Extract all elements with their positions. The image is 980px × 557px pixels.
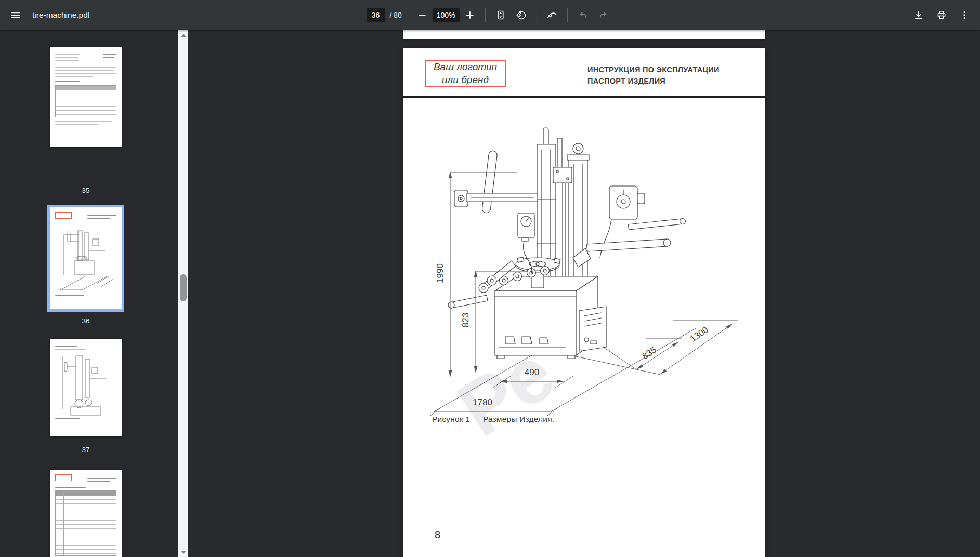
- thumbnail-35-label: 35: [50, 187, 122, 194]
- scroll-down-button[interactable]: [178, 548, 188, 556]
- fit-to-page-button[interactable]: [490, 5, 511, 25]
- rotate-icon: [516, 10, 527, 20]
- logo-text-line2: или бренд: [442, 74, 489, 87]
- scroll-up-button[interactable]: [178, 31, 188, 39]
- thumbnail-36-preview: [50, 207, 122, 303]
- annotate-icon: [546, 9, 558, 21]
- figure-caption: Рисунок 1 — Размеры Изделия.: [432, 415, 554, 424]
- zoom-in-button[interactable]: [460, 5, 480, 25]
- figure-drawing: 1990 823 490 1780 835: [403, 126, 765, 422]
- kebab-menu-icon: [959, 10, 970, 20]
- dim-1300-label: 1300: [688, 325, 710, 344]
- print-icon: [936, 10, 947, 20]
- pdf-page-35-bottom: [403, 30, 765, 39]
- thumbnail-37-drawing: [55, 352, 116, 420]
- fit-page-icon: [495, 10, 506, 20]
- thumbnail-page-35[interactable]: [50, 47, 122, 147]
- logo-placeholder-box: Ваш логотип или бренд: [425, 60, 506, 87]
- thumbnail-sidebar: 35: [0, 30, 188, 557]
- plus-icon: [465, 10, 475, 20]
- redo-icon: [598, 10, 609, 20]
- toolbar-center: / 80 100%: [366, 0, 613, 30]
- menu-button[interactable]: [5, 5, 26, 25]
- thumbnail-36-label: 36: [50, 317, 122, 325]
- menu-icon: [10, 10, 21, 20]
- machine-outline: [448, 128, 686, 359]
- thumbnail-page-36[interactable]: [50, 207, 122, 309]
- annotate-button[interactable]: [542, 5, 563, 25]
- minus-icon: [417, 10, 427, 20]
- toolbar-right: [908, 5, 975, 25]
- print-button[interactable]: [931, 5, 952, 25]
- rotate-button[interactable]: [511, 5, 532, 25]
- pdf-viewer: tire-machine.pdf / 80 100%: [0, 0, 980, 557]
- dim-1990-label: 1990: [435, 263, 445, 283]
- document-header-title: ИНСТРУКЦИЯ ПО ЭКСПЛУАТАЦИИ ПАСПОРТ ИЗДЕЛ…: [587, 64, 720, 87]
- download-button[interactable]: [908, 5, 929, 25]
- undo-button[interactable]: [572, 5, 593, 25]
- dim-490-label: 490: [525, 367, 539, 377]
- thumbnail-37-preview: [50, 339, 122, 426]
- thumbnail-page-37[interactable]: [50, 339, 122, 436]
- dim-1780-label: 1780: [473, 397, 492, 407]
- document-title: tire-machine.pdf: [32, 10, 90, 20]
- toolbar-left: tire-machine.pdf: [5, 5, 90, 25]
- thumbnail-page-38[interactable]: [50, 470, 122, 557]
- dim-823-label: 823: [461, 313, 471, 327]
- header-title-line2: ПАСПОРТ ИЗДЕЛИЯ: [587, 76, 720, 87]
- redo-button[interactable]: [593, 5, 614, 25]
- logo-text-line1: Ваш логотип: [434, 61, 497, 74]
- sidebar-scrollbar[interactable]: [178, 30, 188, 557]
- zoom-level[interactable]: 100%: [433, 8, 460, 22]
- scrollbar-thumb[interactable]: [180, 274, 187, 301]
- thumbnail-35-preview: [50, 47, 122, 132]
- toolbar-separator: [485, 8, 486, 22]
- page-number-input[interactable]: [366, 8, 385, 22]
- thumbnail-37-label: 37: [50, 446, 122, 454]
- header-divider: [403, 96, 765, 98]
- download-icon: [913, 10, 924, 20]
- scroll-down-icon: [181, 551, 186, 554]
- scroll-up-icon: [181, 34, 186, 37]
- toolbar-separator: [537, 8, 537, 22]
- more-options-button[interactable]: [954, 5, 975, 25]
- toolbar: tire-machine.pdf / 80 100%: [0, 0, 980, 30]
- thumbnail-38-preview: [50, 470, 122, 557]
- pdf-page-36: Ваш логотип или бренд ИНСТРУКЦИЯ ПО ЭКСП…: [403, 48, 765, 557]
- toolbar-separator: [407, 8, 407, 22]
- thumbnail-36-drawing: [55, 226, 116, 298]
- zoom-out-button[interactable]: [412, 5, 433, 25]
- header-title-line1: ИНСТРУКЦИЯ ПО ЭКСПЛУАТАЦИИ: [587, 64, 720, 76]
- document-page-number: 8: [435, 529, 440, 541]
- undo-icon: [578, 10, 588, 20]
- toolbar-separator: [567, 8, 568, 22]
- page-count: / 80: [389, 11, 401, 19]
